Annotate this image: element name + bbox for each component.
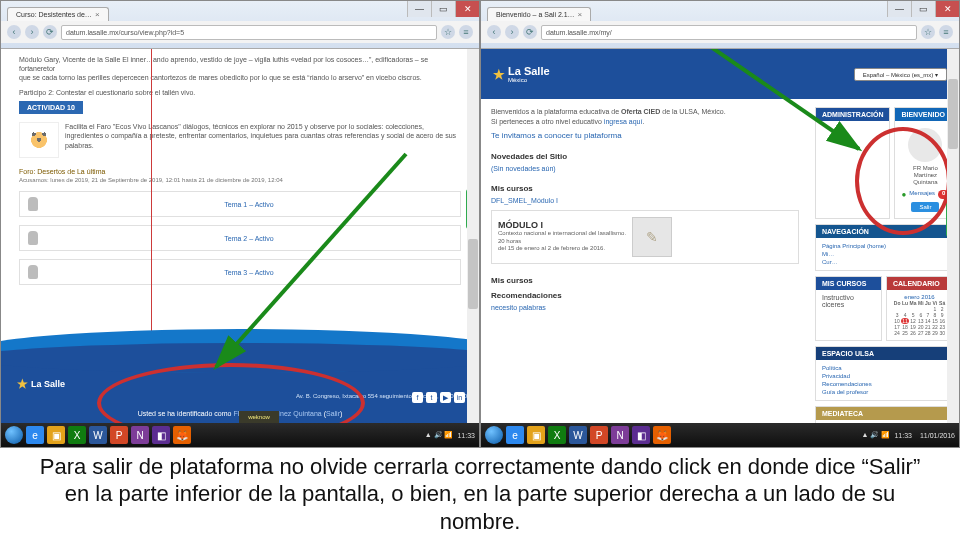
topic-item[interactable]: Tema 1 – Activo (19, 191, 461, 217)
close-tab-icon[interactable]: × (578, 10, 583, 19)
slide-caption: Para salir de plataforma no olvide cerra… (0, 448, 960, 540)
forum-header[interactable]: Foro: Desertos de La última (19, 168, 461, 175)
nav-item[interactable]: Cur… (822, 258, 946, 266)
novedades-heading: Novedades del Sitio (491, 152, 799, 161)
language-selector[interactable]: Español – México (es_mx) ▾ (854, 68, 947, 81)
close-button[interactable]: ✕ (455, 1, 479, 17)
forward-button[interactable]: › (25, 25, 39, 39)
back-button[interactable]: ‹ (487, 25, 501, 39)
app-icon[interactable]: ◧ (632, 426, 650, 444)
scrollbar-thumb[interactable] (948, 79, 958, 149)
screenshot-left: ― ▭ ✕ Curso: Desistentes de… × ‹ › ⟳ dat… (0, 0, 480, 448)
back-button[interactable]: ‹ (7, 25, 21, 39)
body-text: Módulo Gary, Vicente de la Salle El inne… (19, 55, 461, 73)
linkedin-icon[interactable]: in (454, 392, 465, 403)
minimize-button[interactable]: ― (887, 1, 911, 17)
system-tray: ▲ 🔊 📶 11:33 (425, 431, 475, 439)
window-controls: ― ▭ ✕ (407, 1, 479, 17)
onenote-icon[interactable]: N (131, 426, 149, 444)
miscursos2-heading: Mis cursos (491, 276, 799, 285)
youtube-icon[interactable]: ▶ (440, 392, 451, 403)
miscursos-body[interactable]: Instructivo ciceres (816, 290, 881, 312)
site-header: ★ La SalleMéxico Español – México (es_mx… (481, 49, 959, 99)
miscursos-card: MIS CURSOS Instructivo ciceres (815, 276, 882, 341)
start-button[interactable] (5, 426, 23, 444)
messages-label[interactable]: Mensajes (909, 190, 935, 199)
forward-button[interactable]: › (505, 25, 519, 39)
rec-heading: Recomendaciones (491, 291, 799, 300)
app-icon[interactable]: ◧ (152, 426, 170, 444)
word-icon[interactable]: W (569, 426, 587, 444)
ie-icon[interactable]: e (506, 426, 524, 444)
salir-link-footer[interactable]: Salir (326, 410, 340, 417)
nav-item[interactable]: Página Principal (home) (822, 242, 946, 250)
address-bar[interactable]: datum.lasalle.mx/my/ (541, 25, 917, 40)
esp-item[interactable]: Recomendaciones (822, 380, 946, 388)
calendar-grid[interactable]: DoLuMaMiJuViSá 12 3456789 10111213141516… (893, 300, 946, 336)
nav-item[interactable]: Mi… (822, 250, 946, 258)
powerpoint-icon[interactable]: P (110, 426, 128, 444)
page-footer: ★La Salle Av. B. Congreso, Ixtacalco 554… (1, 351, 479, 425)
level-link[interactable]: ingresa aquí (604, 118, 643, 125)
excel-icon[interactable]: X (68, 426, 86, 444)
topic-link[interactable]: Tema 2 – Activo (46, 235, 452, 242)
course-link[interactable]: DFL_SMEL_Módulo I (491, 197, 799, 204)
firefox-icon[interactable]: 🦊 (173, 426, 191, 444)
powerpoint-icon[interactable]: P (590, 426, 608, 444)
word-icon[interactable]: W (89, 426, 107, 444)
course-card[interactable]: MÓDULO I Contexto nacional e internacion… (491, 210, 799, 264)
bookmark-icon[interactable]: ☆ (441, 25, 455, 39)
esp-link[interactable]: Guía del profesor (822, 388, 946, 396)
main-column: Bienvenidos a la plataforma educativa de… (481, 99, 809, 425)
star-icon: ★ (17, 377, 28, 391)
close-button[interactable]: ✕ (935, 1, 959, 17)
start-button[interactable] (485, 426, 503, 444)
firefox-icon[interactable]: 🦊 (653, 426, 671, 444)
twitter-icon[interactable]: t (426, 392, 437, 403)
weknow-badge: weknow (239, 411, 279, 423)
browser-tab[interactable]: Curso: Desistentes de… × (7, 7, 109, 21)
taskbar: e ▣ X W P N ◧ 🦊 ▲ 🔊 📶 11:33 (1, 423, 479, 447)
maximize-button[interactable]: ▭ (911, 1, 935, 17)
minimize-button[interactable]: ― (407, 1, 431, 17)
maximize-button[interactable]: ▭ (431, 1, 455, 17)
bookmark-icon[interactable]: ☆ (921, 25, 935, 39)
reload-button[interactable]: ⟳ (43, 25, 57, 39)
excel-icon[interactable]: X (548, 426, 566, 444)
close-tab-icon[interactable]: × (95, 10, 100, 19)
topic-link[interactable]: Tema 1 – Activo (46, 201, 452, 208)
folder-icon[interactable]: ▣ (527, 426, 545, 444)
card-header: CALENDARIO (887, 277, 952, 290)
espacio-card: ESPACIO ULSA Política Privacidad Recomen… (815, 346, 953, 401)
taskbar: e ▣ X W P N ◧ 🦊 ▲ 🔊 📶 11:3311/01/2016 (481, 423, 959, 447)
screenshot-right: ― ▭ ✕ Bienvenido – a Sali 2.1… × ‹ › ⟳ d… (480, 0, 960, 448)
topic-item[interactable]: Tema 2 – Activo (19, 225, 461, 251)
divider-line (151, 49, 152, 347)
scrollbar-thumb[interactable] (468, 239, 478, 309)
no-news: (Sin novedades aún) (491, 165, 556, 172)
folder-icon[interactable]: ▣ (47, 426, 65, 444)
topic-link[interactable]: Tema 3 – Activo (46, 269, 452, 276)
address-bar[interactable]: datum.lasalle.mx/curso/view.php?id=5 (61, 25, 437, 40)
card-header: ESPACIO ULSA (816, 347, 952, 360)
reload-button[interactable]: ⟳ (523, 25, 537, 39)
ie-icon[interactable]: e (26, 426, 44, 444)
course-desc: Contexto nacional e internacional del la… (498, 230, 626, 238)
browser-tab[interactable]: Bienvenido – a Sali 2.1… × (487, 7, 591, 21)
welcome-text: Bienvenidos a la plataforma educativa de… (491, 107, 799, 127)
menu-icon[interactable]: ≡ (939, 25, 953, 39)
esp-item[interactable]: Política (822, 364, 946, 372)
window-controls: ― ▭ ✕ (887, 1, 959, 17)
system-tray: ▲ 🔊 📶 11:3311/01/2016 (862, 431, 955, 439)
facebook-icon[interactable]: f (412, 392, 423, 403)
topic-item[interactable]: Tema 3 – Activo (19, 259, 461, 285)
salir-button-sidebar[interactable]: Salir (911, 202, 939, 212)
menu-icon[interactable]: ≡ (459, 25, 473, 39)
scrollbar[interactable] (947, 49, 959, 423)
body-text: Participo 2: Contestar el cuestionario s… (19, 88, 461, 97)
topic-list: Tema 1 – Activo Tema 2 – Activo Tema 3 –… (19, 191, 461, 285)
esp-item[interactable]: Privacidad (822, 372, 946, 380)
scrollbar[interactable] (467, 49, 479, 423)
card-header: MIS CURSOS (816, 277, 881, 290)
onenote-icon[interactable]: N (611, 426, 629, 444)
